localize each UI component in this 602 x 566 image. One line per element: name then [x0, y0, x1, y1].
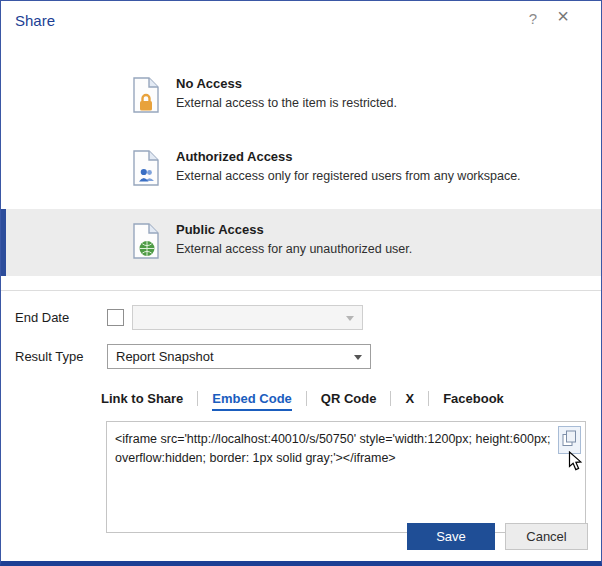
- end-date-label: End Date: [15, 310, 107, 325]
- result-type-label: Result Type: [15, 349, 107, 364]
- embed-code-textarea[interactable]: <iframe src='http://localhost:40010/s/50…: [106, 421, 586, 533]
- result-type-row: Result Type Report Snapshot: [15, 343, 601, 369]
- result-type-select[interactable]: Report Snapshot: [107, 344, 371, 369]
- result-type-value: Report Snapshot: [116, 349, 214, 364]
- dialog-title: Share: [15, 12, 55, 29]
- document-globe-icon: [131, 223, 161, 263]
- tab-x[interactable]: X: [391, 391, 429, 406]
- end-date-checkbox[interactable]: [107, 309, 124, 326]
- cancel-button[interactable]: Cancel: [505, 523, 588, 550]
- option-title: Authorized Access: [176, 149, 521, 164]
- dialog-footer: Save Cancel: [407, 523, 588, 550]
- mouse-cursor-icon: [568, 451, 583, 476]
- tab-facebook[interactable]: Facebook: [429, 391, 518, 406]
- tab-link-to-share[interactable]: Link to Share: [101, 391, 198, 406]
- section-divider: [1, 290, 601, 291]
- save-button[interactable]: Save: [407, 523, 495, 550]
- document-users-icon: [131, 150, 161, 190]
- chevron-down-icon: [346, 316, 354, 321]
- option-description: External access only for registered user…: [176, 169, 521, 183]
- chevron-down-icon: [354, 355, 362, 360]
- option-title: Public Access: [176, 222, 412, 237]
- tab-embed-code[interactable]: Embed Code: [198, 391, 306, 406]
- close-icon[interactable]: ×: [557, 6, 569, 26]
- option-description: External access for any unauthorized use…: [176, 242, 412, 256]
- copy-button[interactable]: [558, 426, 581, 454]
- tab-qr-code[interactable]: QR Code: [307, 391, 392, 406]
- copy-icon: [562, 430, 577, 451]
- option-title: No Access: [176, 76, 397, 91]
- share-dialog: Share ? × No Access External access to t…: [0, 0, 602, 566]
- access-options: No Access External access to the item is…: [1, 63, 601, 276]
- end-date-picker[interactable]: [132, 305, 363, 330]
- option-no-access[interactable]: No Access External access to the item is…: [1, 63, 601, 130]
- embed-code-section: <iframe src='http://localhost:40010/s/50…: [106, 421, 586, 533]
- help-icon[interactable]: ?: [529, 10, 537, 27]
- option-description: External access to the item is restricte…: [176, 96, 397, 110]
- end-date-row: End Date: [15, 304, 601, 330]
- option-authorized-access[interactable]: Authorized Access External access only f…: [1, 136, 601, 203]
- option-public-access[interactable]: Public Access External access for any un…: [1, 209, 601, 276]
- document-lock-icon: [131, 77, 161, 117]
- share-tabs: Link to Share Embed Code QR Code X Faceb…: [101, 391, 601, 406]
